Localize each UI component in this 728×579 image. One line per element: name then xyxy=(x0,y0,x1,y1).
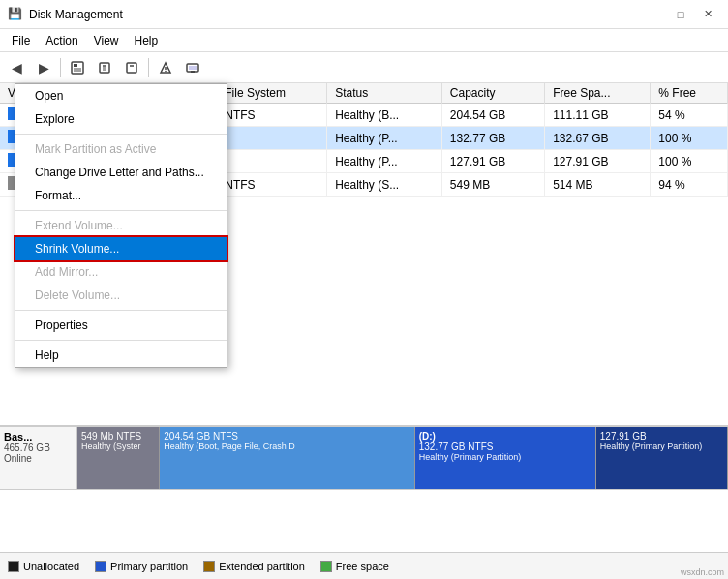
title-bar: 💾 Disk Management − □ ✕ xyxy=(0,0,728,29)
title-bar-controls: − □ ✕ xyxy=(641,5,720,24)
ctx-sep-1 xyxy=(15,134,227,135)
legend-box-free xyxy=(320,561,332,572)
cell-status: Healthy (P... xyxy=(327,127,442,150)
legend-label-free: Free space xyxy=(336,561,389,572)
minimize-button[interactable]: − xyxy=(641,5,666,24)
disk-label-0: Bas... 465.76 GB Online xyxy=(0,427,77,489)
ctx-explore[interactable]: Explore xyxy=(15,107,227,131)
seg-size-d: 132.77 GB NTFS xyxy=(419,442,592,452)
cell-pct: 54 % xyxy=(651,104,728,127)
toolbar-btn4[interactable] xyxy=(153,56,178,79)
window-title: Disk Management xyxy=(29,8,123,21)
legend-box-primary xyxy=(95,561,106,572)
svg-point-11 xyxy=(165,70,167,72)
cell-status: Healthy (B... xyxy=(327,104,442,127)
menu-view[interactable]: View xyxy=(86,32,127,49)
ctx-change-letter[interactable]: Change Drive Letter and Paths... xyxy=(15,161,227,184)
ctx-sep-4 xyxy=(15,340,227,341)
cell-pct: 100 % xyxy=(651,150,728,173)
seg-desc-primary: Healthy (Primary Partition) xyxy=(600,442,723,451)
col-pctfree: % Free xyxy=(651,83,728,104)
ctx-extend: Extend Volume... xyxy=(15,214,227,237)
cell-status: Healthy (S... xyxy=(327,173,442,197)
menu-action[interactable]: Action xyxy=(38,32,85,49)
disk-segment-primary[interactable]: 127.91 GB Healthy (Primary Partition) xyxy=(596,427,728,489)
legend: Unallocated Primary partition Extended p… xyxy=(0,552,728,579)
legend-primary: Primary partition xyxy=(95,561,188,572)
cell-capacity: 204.54 GB xyxy=(441,104,544,127)
cell-fs xyxy=(217,127,327,150)
toolbar-back[interactable]: ◀ xyxy=(4,56,29,79)
disk-segment-system[interactable]: 549 Mb NTFS Healthy (Syster xyxy=(77,427,160,489)
col-capacity: Capacity xyxy=(441,83,544,104)
cell-free: 127.91 GB xyxy=(545,150,651,173)
cell-pct: 94 % xyxy=(651,173,728,197)
menu-file[interactable]: File xyxy=(4,32,38,49)
cell-fs xyxy=(217,150,327,173)
disk-label-size: 465.76 GB xyxy=(4,442,73,453)
cell-pct: 100 % xyxy=(651,127,728,150)
seg-desc-boot: Healthy (Boot, Page File, Crash D xyxy=(164,442,410,451)
svg-rect-1 xyxy=(74,64,77,67)
ctx-format[interactable]: Format... xyxy=(15,184,227,207)
disk-label-status: Online xyxy=(4,453,73,464)
ctx-mark-active: Mark Partition as Active xyxy=(15,137,227,161)
ctx-open[interactable]: Open xyxy=(15,84,227,107)
disk-segment-d[interactable]: (D:) 132.77 GB NTFS Healthy (Primary Par… xyxy=(415,427,596,489)
seg-size-boot: 204.54 GB NTFS xyxy=(164,431,410,442)
title-bar-left: 💾 Disk Management xyxy=(8,7,123,22)
cell-fs: NTFS xyxy=(217,104,327,127)
legend-label-primary: Primary partition xyxy=(110,561,188,572)
legend-free: Free space xyxy=(320,561,389,572)
cell-capacity: 127.91 GB xyxy=(441,150,544,173)
context-menu: Open Explore Mark Partition as Active Ch… xyxy=(15,83,228,368)
cell-status: Healthy (P... xyxy=(327,150,442,173)
toolbar-separator-2 xyxy=(148,58,149,77)
cell-fs: NTFS xyxy=(217,173,327,197)
ctx-add-mirror: Add Mirror... xyxy=(15,260,227,284)
col-freespace: Free Spa... xyxy=(545,83,651,104)
watermark: wsxdn.com xyxy=(681,567,724,577)
seg-size-system: 549 Mb NTFS xyxy=(81,431,155,442)
cell-capacity: 549 MB xyxy=(441,173,544,197)
legend-label-extended: Extended partition xyxy=(219,561,305,572)
close-button[interactable]: ✕ xyxy=(695,5,720,24)
toolbar: ◀ ▶ xyxy=(0,52,728,83)
legend-box-extended xyxy=(203,561,215,572)
toolbar-btn3[interactable] xyxy=(119,56,144,79)
cell-free: 514 MB xyxy=(545,173,651,197)
svg-rect-14 xyxy=(189,66,197,70)
seg-desc-system: Healthy (Syster xyxy=(81,442,155,451)
menu-bar: File Action View Help xyxy=(0,29,728,52)
ctx-delete: Delete Volume... xyxy=(15,284,227,307)
disk-map-area: Bas... 465.76 GB Online 549 Mb NTFS Heal… xyxy=(0,426,728,552)
seg-desc-d: Healthy (Primary Partition) xyxy=(419,452,592,462)
cell-free: 132.67 GB xyxy=(545,127,651,150)
legend-box-unallocated xyxy=(8,561,19,572)
ctx-help[interactable]: Help xyxy=(15,344,227,367)
svg-rect-8 xyxy=(127,63,136,73)
col-status: Status xyxy=(327,83,442,104)
cell-free: 111.11 GB xyxy=(545,104,651,127)
legend-extended: Extended partition xyxy=(203,561,305,572)
toolbar-btn1[interactable] xyxy=(65,56,90,79)
toolbar-btn5[interactable] xyxy=(180,56,205,79)
legend-label-unallocated: Unallocated xyxy=(23,561,79,572)
cell-capacity: 132.77 GB xyxy=(441,127,544,150)
legend-unallocated: Unallocated xyxy=(8,561,79,572)
seg-label-d: (D:) xyxy=(419,431,592,442)
ctx-sep-2 xyxy=(15,210,227,211)
ctx-shrink[interactable]: Shrink Volume... xyxy=(15,237,227,260)
toolbar-forward[interactable]: ▶ xyxy=(31,56,56,79)
ctx-sep-3 xyxy=(15,310,227,311)
svg-rect-0 xyxy=(72,62,83,74)
ctx-properties[interactable]: Properties xyxy=(15,314,227,337)
disk-row-0: Bas... 465.76 GB Online 549 Mb NTFS Heal… xyxy=(0,427,728,490)
disk-label-name: Bas... xyxy=(4,431,73,442)
app-icon: 💾 xyxy=(8,7,23,22)
toolbar-btn2[interactable] xyxy=(92,56,117,79)
maximize-button[interactable]: □ xyxy=(668,5,693,24)
toolbar-separator-1 xyxy=(60,58,61,77)
menu-help[interactable]: Help xyxy=(127,32,167,49)
disk-segment-boot[interactable]: 204.54 GB NTFS Healthy (Boot, Page File,… xyxy=(160,427,414,489)
